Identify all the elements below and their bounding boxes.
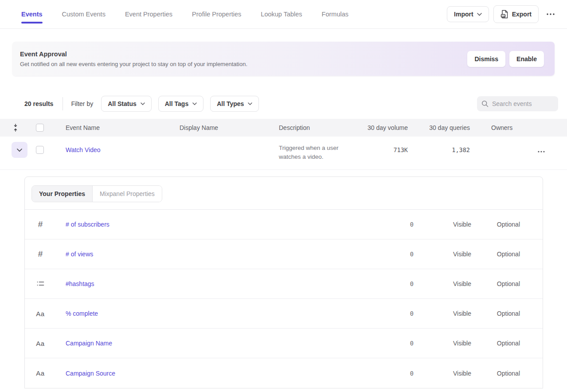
tags-filter-dropdown[interactable]: All Tags	[158, 96, 203, 112]
svg-text:csv: csv	[501, 15, 505, 17]
text-icon: Aa	[25, 310, 56, 318]
tab-mixpanel-properties[interactable]: Mixpanel Properties	[93, 186, 162, 202]
status-filter-dropdown[interactable]: All Status	[101, 96, 152, 112]
import-button[interactable]: Import	[447, 6, 489, 22]
export-button-label: Export	[512, 11, 532, 18]
list-icon	[25, 281, 56, 287]
property-row: # # of views 0 Visible Optional	[25, 239, 543, 269]
property-count: 0	[360, 370, 414, 377]
property-row: Aa Campaign Name 0 Visible Optional	[25, 329, 543, 358]
event-row-watch-video: Watch Video Triggered when a user watche…	[0, 137, 567, 170]
status-filter-value: All Status	[108, 100, 137, 107]
chevron-down-icon	[192, 102, 197, 105]
tab-lookup-tables[interactable]: Lookup Tables	[261, 0, 302, 28]
properties-segmented-control: Your Properties Mixpanel Properties	[31, 185, 162, 202]
events-table-header: Event Name Display Name Description 30 d…	[0, 119, 567, 137]
search-events-box[interactable]	[477, 96, 558, 111]
event-30-day-queries: 1,382	[408, 142, 470, 153]
event-properties-panel: Your Properties Mixpanel Properties # # …	[24, 176, 543, 388]
column-event-name: Event Name	[58, 124, 175, 131]
column-30-day-volume: 30 day volume	[359, 124, 408, 131]
properties-tabs-header: Your Properties Mixpanel Properties	[25, 177, 543, 210]
lexicon-tabs: Events Custom Events Event Properties Pr…	[21, 0, 348, 28]
property-name-link[interactable]: Campaign Name	[56, 340, 360, 347]
text-icon: Aa	[25, 340, 56, 347]
column-30-day-queries: 30 day queries	[408, 124, 470, 131]
divider	[63, 97, 63, 110]
search-icon	[481, 100, 489, 107]
property-name-link[interactable]: # of views	[56, 251, 360, 258]
property-name-link[interactable]: Campaign Source	[56, 370, 360, 377]
property-visibility: Visible	[414, 221, 471, 228]
collapse-rows-icon	[12, 123, 19, 132]
property-visibility: Visible	[414, 340, 471, 347]
csv-file-icon: csv	[501, 10, 508, 19]
chevron-down-icon	[248, 102, 252, 105]
property-count: 0	[360, 280, 414, 287]
property-row: Aa Campaign Source 0 Visible Optional	[25, 358, 543, 388]
banner-actions: Dismiss Enable	[467, 51, 544, 67]
top-navigation-bar: Events Custom Events Event Properties Pr…	[0, 0, 567, 29]
results-count: 20 results	[24, 100, 53, 107]
enable-button[interactable]: Enable	[509, 51, 544, 67]
property-count: 0	[360, 340, 414, 347]
property-visibility: Visible	[414, 370, 471, 377]
types-filter-dropdown[interactable]: All Types	[210, 96, 259, 112]
ellipsis-icon	[538, 151, 545, 153]
property-requirement: Optional	[471, 370, 520, 377]
property-visibility: Visible	[414, 310, 471, 317]
dismiss-button[interactable]: Dismiss	[467, 51, 505, 67]
filter-toolbar: 20 results Filter by All Status All Tags…	[24, 96, 558, 112]
chevron-down-icon	[141, 102, 145, 105]
export-button[interactable]: csv Export	[493, 5, 539, 23]
tab-your-properties[interactable]: Your Properties	[32, 186, 93, 202]
ellipsis-icon	[547, 13, 555, 15]
event-30-day-volume: 713K	[359, 142, 408, 153]
tags-filter-value: All Tags	[165, 100, 188, 107]
column-owners: Owners	[470, 124, 523, 131]
row-more-actions-button[interactable]	[534, 147, 548, 156]
text-icon: Aa	[25, 369, 56, 377]
property-name-link[interactable]: # of subscribers	[56, 221, 360, 228]
import-button-label: Import	[454, 11, 473, 18]
property-requirement: Optional	[471, 340, 520, 347]
property-requirement: Optional	[471, 251, 520, 258]
property-requirement: Optional	[471, 221, 520, 228]
property-requirement: Optional	[471, 280, 520, 287]
collapse-row-button[interactable]	[12, 142, 27, 158]
collapse-all-button[interactable]	[0, 123, 31, 132]
tab-events[interactable]: Events	[21, 0, 43, 28]
property-name-link[interactable]: #hashtags	[56, 280, 360, 287]
number-icon: #	[25, 249, 56, 259]
banner-title: Event Approval	[20, 51, 247, 58]
property-count: 0	[360, 221, 414, 228]
property-row: #hashtags 0 Visible Optional	[25, 269, 543, 299]
chevron-down-icon	[17, 149, 22, 152]
column-display-name: Display Name	[175, 124, 275, 131]
event-name-link[interactable]: Watch Video	[66, 142, 101, 153]
banner-subtitle: Get notified on all new events entering …	[20, 61, 247, 67]
chevron-down-icon	[477, 13, 482, 16]
number-icon: #	[25, 220, 56, 229]
property-count: 0	[360, 251, 414, 258]
more-actions-button[interactable]	[543, 10, 558, 19]
property-row: Aa % complete 0 Visible Optional	[25, 299, 543, 329]
search-events-input[interactable]	[492, 100, 554, 107]
event-description: Triggered when a user watches a video.	[279, 142, 358, 161]
event-approval-banner: Event Approval Get notified on all new e…	[12, 42, 555, 76]
row-checkbox[interactable]	[36, 146, 44, 154]
filter-by-label: Filter by	[71, 100, 93, 107]
property-requirement: Optional	[471, 310, 520, 317]
types-filter-value: All Types	[217, 100, 244, 107]
tab-custom-events[interactable]: Custom Events	[62, 0, 106, 28]
tab-profile-properties[interactable]: Profile Properties	[192, 0, 241, 28]
property-visibility: Visible	[414, 280, 471, 287]
column-description: Description	[275, 124, 359, 131]
property-name-link[interactable]: % complete	[56, 310, 360, 317]
property-visibility: Visible	[414, 251, 471, 258]
select-all-checkbox[interactable]	[36, 124, 44, 132]
property-count: 0	[360, 310, 414, 317]
tab-event-properties[interactable]: Event Properties	[125, 0, 172, 28]
tab-formulas[interactable]: Formulas	[322, 0, 348, 28]
topbar-actions: Import csv Export	[447, 5, 558, 23]
